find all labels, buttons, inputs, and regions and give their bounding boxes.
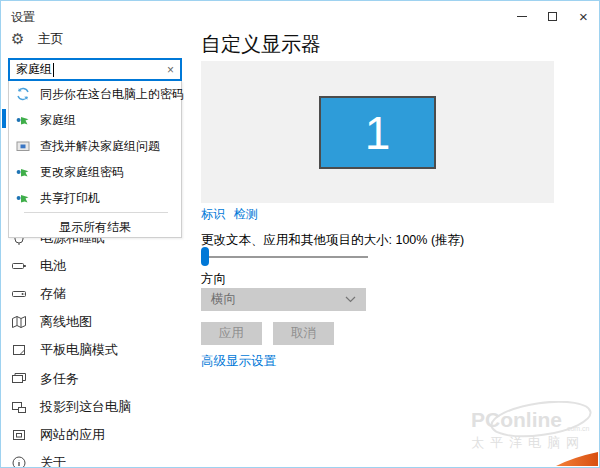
sidebar-item-storage[interactable]: 存储: [1, 280, 191, 308]
sidebar-item-projecting[interactable]: 投影到这台电脑: [1, 393, 191, 421]
monitor-1[interactable]: 1: [319, 96, 436, 169]
scaling-slider-thumb[interactable]: [201, 247, 209, 266]
sidebar-item-apps-websites[interactable]: 网站的应用: [1, 421, 191, 449]
sidebar-nav: 电源和睡眠 电池 存储 离线地图 平板电脑模式 多任务 投影到这台电脑 网站的: [1, 224, 191, 468]
orientation-dropdown[interactable]: 横向: [201, 288, 366, 311]
scaling-label: 更改文本、应用和其他项目的大小: 100% (推荐): [201, 232, 464, 249]
window-title: 设置: [11, 9, 35, 26]
dropdown-divider: [24, 212, 168, 213]
close-icon: ×: [579, 9, 588, 24]
gear-icon: ⚙: [11, 32, 24, 47]
search-suggestions-dropdown: 同步你在这台电脑上的密码 家庭组 查找并解决家庭组问题 更改家庭组密码 共享打印…: [8, 81, 182, 238]
monitor-number: 1: [365, 110, 391, 156]
projecting-icon: [11, 399, 27, 415]
apps-websites-icon: [11, 427, 27, 443]
identify-link[interactable]: 标识: [201, 206, 225, 223]
search-query-text: 家庭组: [16, 61, 52, 78]
suggestion-troubleshoot-homegroup[interactable]: 查找并解决家庭组问题: [9, 133, 181, 159]
clear-search-icon[interactable]: ×: [167, 64, 174, 76]
sidebar-item-home[interactable]: ⚙ 主页: [11, 30, 63, 48]
display-preview-area: 1: [201, 61, 554, 203]
minimize-icon: [517, 16, 527, 17]
sidebar-item-tablet-mode[interactable]: 平板电脑模式: [1, 336, 191, 364]
selection-indicator: [2, 109, 6, 128]
corner-swoosh-decoration: [556, 452, 598, 466]
detect-link[interactable]: 检测: [234, 206, 258, 223]
troubleshoot-icon: [16, 139, 30, 153]
minimize-button[interactable]: [506, 1, 537, 31]
svg-text:.com.cn: .com.cn: [565, 425, 590, 432]
search-input[interactable]: 家庭组 ×: [8, 58, 182, 81]
maximize-button[interactable]: [537, 1, 568, 31]
storage-icon: [11, 286, 27, 302]
orientation-label: 方向: [201, 271, 226, 288]
battery-icon: [11, 258, 27, 274]
show-all-results-button[interactable]: 显示所有结果: [9, 217, 181, 237]
page-title: 自定义显示器: [201, 31, 321, 58]
svg-text:PConline: PConline: [471, 408, 562, 431]
apply-button[interactable]: 应用: [201, 322, 262, 345]
titlebar: 设置 ×: [1, 1, 599, 31]
settings-window: 设置 × ⚙ 主页 家庭组 × 电源和睡眠 电池 存储 离线地图: [0, 0, 600, 468]
close-button[interactable]: ×: [568, 1, 599, 31]
cancel-button[interactable]: 取消: [273, 322, 334, 345]
sidebar-item-about[interactable]: 关于: [1, 449, 191, 468]
suggestion-homegroup[interactable]: 家庭组: [9, 107, 181, 133]
text-caret: [53, 63, 54, 77]
suggestion-sync-passwords[interactable]: 同步你在这台电脑上的密码: [9, 81, 181, 107]
homegroup-icon: [16, 113, 30, 127]
tablet-mode-icon: [11, 342, 27, 358]
sidebar-item-battery[interactable]: 电池: [1, 252, 191, 280]
suggestion-share-printer[interactable]: 共享打印机: [9, 185, 181, 211]
chevron-down-icon: [345, 296, 356, 303]
svg-text:太平洋电脑网: 太平洋电脑网: [471, 435, 585, 450]
homegroup-icon: [16, 191, 30, 205]
pconline-watermark: PConline .com.cn 太平洋电脑网: [469, 401, 599, 457]
sync-icon: [16, 87, 30, 101]
sidebar-item-multitasking[interactable]: 多任务: [1, 364, 191, 392]
offline-maps-icon: [11, 314, 27, 330]
advanced-display-settings-link[interactable]: 高级显示设置: [201, 353, 276, 370]
homegroup-icon: [16, 165, 30, 179]
about-icon: [11, 455, 27, 468]
orientation-value: 横向: [211, 291, 236, 308]
maximize-icon: [548, 12, 557, 21]
multitasking-icon: [11, 371, 27, 387]
sidebar-item-offline-maps[interactable]: 离线地图: [1, 308, 191, 336]
home-label: 主页: [37, 30, 63, 48]
scaling-slider-track[interactable]: [201, 256, 368, 258]
suggestion-change-homegroup-password[interactable]: 更改家庭组密码: [9, 159, 181, 185]
